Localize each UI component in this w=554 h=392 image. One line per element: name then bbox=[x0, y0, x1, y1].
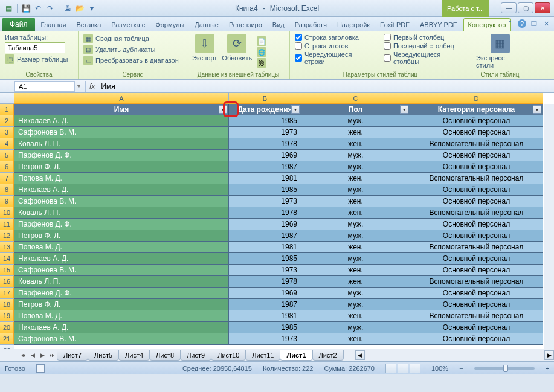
cell[interactable]: Основной персонал bbox=[410, 230, 543, 242]
cell[interactable]: 1978 bbox=[229, 138, 301, 150]
cell[interactable]: Сафронова В. М. bbox=[14, 333, 229, 345]
cell[interactable]: Основной персонал bbox=[410, 322, 543, 333]
cell[interactable]: Основной персонал bbox=[410, 161, 543, 173]
sheet-tab[interactable]: Лист11 bbox=[245, 350, 280, 361]
cell[interactable]: жен. bbox=[301, 310, 410, 322]
properties-icon[interactable]: 📄 bbox=[257, 36, 266, 46]
zoom-slider[interactable] bbox=[474, 367, 535, 370]
zoom-in-button[interactable]: + bbox=[546, 365, 549, 372]
table-header[interactable]: Пол▼ bbox=[301, 104, 410, 115]
tab-item[interactable]: Рецензиро bbox=[225, 19, 266, 31]
sheet-tab[interactable]: Лист2 bbox=[312, 350, 344, 361]
vertical-scrollbar[interactable] bbox=[544, 104, 554, 349]
cell[interactable]: Парфенов Д. Ф. bbox=[14, 150, 229, 161]
cell[interactable]: Сафронова В. М. bbox=[14, 196, 229, 207]
row-header[interactable]: 5 bbox=[0, 150, 14, 161]
tab-item[interactable]: Разметка с bbox=[107, 19, 149, 31]
cell[interactable]: муж. bbox=[301, 150, 410, 161]
macro-record-icon[interactable] bbox=[36, 364, 45, 373]
cell[interactable]: Петров Ф. Л. bbox=[14, 161, 229, 173]
close-workbook-icon[interactable]: ✕ bbox=[542, 19, 550, 28]
row-header[interactable]: 20 bbox=[0, 322, 14, 333]
table-header[interactable]: Категория персонала▼ bbox=[410, 104, 543, 115]
cell[interactable]: жен. bbox=[301, 207, 410, 219]
next-sheet-icon[interactable]: ▶ bbox=[37, 350, 47, 360]
total-row-checkbox[interactable]: Строка итогов bbox=[295, 42, 372, 50]
first-sheet-icon[interactable]: ⏮ bbox=[18, 350, 28, 360]
row-header[interactable]: 15 bbox=[0, 265, 14, 276]
restore-workbook-icon[interactable]: ❐ bbox=[530, 19, 538, 28]
row-header[interactable]: 13 bbox=[0, 242, 14, 253]
zoom-label[interactable]: 100% bbox=[431, 365, 448, 372]
cell[interactable]: муж. bbox=[301, 322, 410, 333]
cell[interactable]: Николаев А. Д. bbox=[14, 322, 229, 333]
select-all-corner[interactable] bbox=[0, 93, 14, 104]
print-icon[interactable]: 🖶 bbox=[63, 4, 72, 13]
cell[interactable]: Петров Ф. Л. bbox=[14, 230, 229, 242]
column-header-B[interactable]: B bbox=[229, 93, 301, 104]
tab-item[interactable]: Данные bbox=[190, 19, 223, 31]
column-header-C[interactable]: C bbox=[301, 93, 410, 104]
cell[interactable]: муж. bbox=[301, 299, 410, 310]
cell[interactable]: жен. bbox=[301, 242, 410, 253]
row-header[interactable]: 19 bbox=[0, 310, 14, 322]
row-header[interactable]: 7 bbox=[0, 173, 14, 184]
sheet-tab[interactable]: Лист4 bbox=[118, 350, 150, 361]
normal-view-button[interactable] bbox=[385, 364, 396, 373]
header-row-checkbox[interactable]: Строка заголовка bbox=[295, 34, 372, 41]
first-column-checkbox[interactable]: Первый столбец bbox=[384, 34, 466, 41]
cell[interactable]: муж. bbox=[301, 219, 410, 230]
open-icon[interactable]: 📂 bbox=[75, 4, 85, 13]
row-header[interactable]: 12 bbox=[0, 230, 14, 242]
help-icon[interactable]: ? bbox=[518, 19, 526, 28]
cell[interactable]: Основной персонал bbox=[410, 253, 543, 265]
row-header[interactable]: 3 bbox=[0, 127, 14, 138]
cell[interactable]: Вспомогательный персонал bbox=[410, 207, 543, 219]
cell[interactable]: Николаев А. Д. bbox=[14, 253, 229, 265]
page-break-view-button[interactable] bbox=[410, 364, 420, 373]
cell[interactable]: Попова М. Д. bbox=[14, 310, 229, 322]
cell[interactable]: жен. bbox=[301, 333, 410, 345]
cell[interactable]: 1973 bbox=[229, 196, 301, 207]
cell[interactable]: 1969 bbox=[229, 219, 301, 230]
cell[interactable]: 1985 bbox=[229, 184, 301, 196]
cell[interactable]: Попова М. Д. bbox=[14, 242, 229, 253]
column-header-A[interactable]: A bbox=[14, 93, 229, 104]
row-header[interactable]: 17 bbox=[0, 288, 14, 299]
convert-to-range-button[interactable]: ▭Преобразовать в диапазон bbox=[83, 56, 182, 65]
tab-item[interactable]: Вид bbox=[268, 19, 289, 31]
row-header[interactable]: 4 bbox=[0, 138, 14, 150]
cell[interactable]: Основной персонал bbox=[410, 127, 543, 138]
formula-input[interactable] bbox=[100, 81, 554, 92]
cell[interactable]: муж. bbox=[301, 288, 410, 299]
cell[interactable]: Основной персонал bbox=[410, 196, 543, 207]
row-header[interactable]: 18 bbox=[0, 299, 14, 310]
cell[interactable]: Основной персонал bbox=[410, 115, 543, 127]
resize-table-button[interactable]: ⬚Размер таблицы bbox=[5, 54, 73, 64]
table-header[interactable]: Дата рождения▼ bbox=[229, 104, 301, 115]
cell[interactable]: жен. bbox=[301, 265, 410, 276]
spreadsheet-cells[interactable]: Имя▼Дата рождения▼Пол▼Категория персонал… bbox=[14, 104, 543, 345]
cell[interactable]: Вспомогательный персонал bbox=[410, 310, 543, 322]
cell[interactable]: 1987 bbox=[229, 230, 301, 242]
cell[interactable]: Основной персонал bbox=[410, 184, 543, 196]
cell[interactable]: 1981 bbox=[229, 310, 301, 322]
unlink-icon[interactable]: ⛓ bbox=[257, 58, 266, 68]
cell[interactable]: Коваль Л. П. bbox=[14, 138, 229, 150]
express-styles-button[interactable]: ▦Экспресс-стили bbox=[476, 34, 524, 69]
scroll-right-icon[interactable]: ▶ bbox=[544, 350, 554, 360]
close-button[interactable]: ✕ bbox=[535, 2, 550, 13]
cell[interactable]: Основной персонал bbox=[410, 265, 543, 276]
cell[interactable]: 1985 bbox=[229, 115, 301, 127]
cell[interactable]: 1985 bbox=[229, 253, 301, 265]
last-column-checkbox[interactable]: Последний столбец bbox=[384, 42, 466, 50]
sheet-tab[interactable]: Лист9 bbox=[180, 350, 211, 361]
cell[interactable]: жен. bbox=[301, 173, 410, 184]
cell[interactable]: 1969 bbox=[229, 288, 301, 299]
cell[interactable]: Петров Ф. Л. bbox=[14, 299, 229, 310]
cell[interactable]: Основной персонал bbox=[410, 219, 543, 230]
row-header[interactable]: 14 bbox=[0, 253, 14, 265]
page-layout-view-button[interactable] bbox=[398, 364, 408, 373]
row-header[interactable]: 6 bbox=[0, 161, 14, 173]
sheet-tab[interactable]: Лист5 bbox=[88, 350, 119, 361]
